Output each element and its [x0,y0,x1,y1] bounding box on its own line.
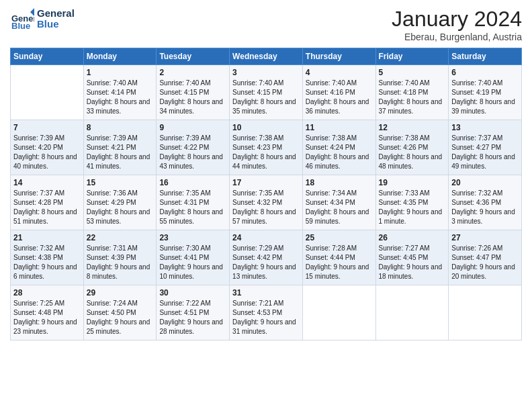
calendar-cell: 3Sunrise: 7:40 AMSunset: 4:15 PMDaylight… [230,65,303,120]
cell-info: Sunrise: 7:25 AMSunset: 4:48 PMDaylight:… [13,299,81,336]
cell-info: Sunrise: 7:37 AMSunset: 4:28 PMDaylight:… [13,189,81,226]
day-number: 29 [87,288,154,298]
logo-general-text: General [37,8,75,19]
day-number: 2 [159,68,226,77]
day-number: 6 [451,68,519,77]
calendar-cell: 9Sunrise: 7:39 AMSunset: 4:22 PMDaylight… [157,120,230,175]
cell-info: Sunrise: 7:33 AMSunset: 4:35 PMDaylight:… [379,189,446,226]
day-number: 12 [379,123,446,132]
calendar-cell: 29Sunrise: 7:24 AMSunset: 4:50 PMDayligh… [83,285,157,340]
cell-info: Sunrise: 7:40 AMSunset: 4:15 PMDaylight:… [232,79,300,116]
calendar-cell: 6Sunrise: 7:40 AMSunset: 4:19 PMDaylight… [449,65,522,120]
cell-info: Sunrise: 7:31 AMSunset: 4:39 PMDaylight:… [87,244,154,281]
calendar-cell: 19Sunrise: 7:33 AMSunset: 4:35 PMDayligh… [375,175,449,230]
col-wednesday: Wednesday [230,48,303,65]
cell-info: Sunrise: 7:22 AMSunset: 4:51 PMDaylight:… [159,299,226,336]
cell-info: Sunrise: 7:29 AMSunset: 4:42 PMDaylight:… [232,244,300,281]
day-number: 22 [87,233,154,242]
cell-info: Sunrise: 7:21 AMSunset: 4:53 PMDaylight:… [232,299,300,336]
day-number: 13 [451,123,519,132]
day-number: 11 [306,123,373,132]
day-number: 18 [306,178,373,187]
cell-info: Sunrise: 7:37 AMSunset: 4:27 PMDaylight:… [451,134,519,171]
calendar-cell: 20Sunrise: 7:32 AMSunset: 4:36 PMDayligh… [449,175,522,230]
cell-info: Sunrise: 7:26 AMSunset: 4:47 PMDaylight:… [451,244,519,281]
cell-info: Sunrise: 7:27 AMSunset: 4:45 PMDaylight:… [379,244,446,281]
col-sunday: Sunday [11,48,84,65]
day-number: 10 [232,123,300,132]
calendar-week-3: 14Sunrise: 7:37 AMSunset: 4:28 PMDayligh… [11,175,522,230]
calendar-cell: 13Sunrise: 7:37 AMSunset: 4:27 PMDayligh… [449,120,522,175]
day-number: 16 [159,178,226,187]
title-block: January 2024 Eberau, Burgenland, Austria [392,7,522,42]
cell-info: Sunrise: 7:40 AMSunset: 4:15 PMDaylight:… [159,79,226,116]
day-number: 15 [87,178,154,187]
cell-info: Sunrise: 7:35 AMSunset: 4:32 PMDaylight:… [232,189,300,226]
calendar-week-2: 7Sunrise: 7:39 AMSunset: 4:20 PMDaylight… [11,120,522,175]
col-saturday: Saturday [449,48,522,65]
calendar-cell: 5Sunrise: 7:40 AMSunset: 4:18 PMDaylight… [375,65,449,120]
day-number: 20 [451,178,519,187]
calendar-cell: 15Sunrise: 7:36 AMSunset: 4:29 PMDayligh… [83,175,157,230]
calendar-cell: 7Sunrise: 7:39 AMSunset: 4:20 PMDaylight… [11,120,84,175]
calendar-cell: 2Sunrise: 7:40 AMSunset: 4:15 PMDaylight… [157,65,230,120]
calendar-cell: 22Sunrise: 7:31 AMSunset: 4:39 PMDayligh… [83,230,157,285]
cell-info: Sunrise: 7:40 AMSunset: 4:16 PMDaylight:… [306,79,373,116]
calendar-cell: 25Sunrise: 7:28 AMSunset: 4:44 PMDayligh… [302,230,375,285]
calendar-cell: 12Sunrise: 7:38 AMSunset: 4:26 PMDayligh… [375,120,449,175]
cell-info: Sunrise: 7:36 AMSunset: 4:29 PMDaylight:… [87,189,154,226]
logo-blue-text: Blue [37,19,75,30]
day-number: 27 [451,233,519,242]
col-friday: Friday [375,48,449,65]
calendar-cell: 30Sunrise: 7:22 AMSunset: 4:51 PMDayligh… [157,285,230,340]
day-number: 8 [87,123,154,132]
calendar-cell: 1Sunrise: 7:40 AMSunset: 4:14 PMDaylight… [83,65,157,120]
calendar-cell: 8Sunrise: 7:39 AMSunset: 4:21 PMDaylight… [83,120,157,175]
calendar-cell: 26Sunrise: 7:27 AMSunset: 4:45 PMDayligh… [375,230,449,285]
cell-info: Sunrise: 7:32 AMSunset: 4:38 PMDaylight:… [13,244,81,281]
cell-info: Sunrise: 7:28 AMSunset: 4:44 PMDaylight:… [306,244,373,281]
cell-info: Sunrise: 7:30 AMSunset: 4:41 PMDaylight:… [159,244,226,281]
day-number: 21 [13,233,81,242]
col-monday: Monday [83,48,157,65]
logo: General Blue General Blue [10,7,75,31]
cell-info: Sunrise: 7:40 AMSunset: 4:18 PMDaylight:… [379,79,446,116]
cell-info: Sunrise: 7:40 AMSunset: 4:19 PMDaylight:… [451,79,519,116]
day-number: 31 [232,288,300,298]
calendar-cell: 27Sunrise: 7:26 AMSunset: 4:47 PMDayligh… [449,230,522,285]
calendar-week-5: 28Sunrise: 7:25 AMSunset: 4:48 PMDayligh… [11,285,522,340]
calendar-cell: 23Sunrise: 7:30 AMSunset: 4:41 PMDayligh… [157,230,230,285]
calendar-cell: 4Sunrise: 7:40 AMSunset: 4:16 PMDaylight… [302,65,375,120]
logo-icon: General Blue [10,7,34,31]
day-number: 24 [232,233,300,242]
month-title: January 2024 [392,7,522,32]
calendar-cell: 18Sunrise: 7:34 AMSunset: 4:34 PMDayligh… [302,175,375,230]
day-number: 1 [87,68,154,77]
day-number: 5 [379,68,446,77]
cell-info: Sunrise: 7:35 AMSunset: 4:31 PMDaylight:… [159,189,226,226]
header-row: Sunday Monday Tuesday Wednesday Thursday… [11,48,522,65]
calendar-cell: 10Sunrise: 7:38 AMSunset: 4:23 PMDayligh… [230,120,303,175]
day-number: 30 [159,288,226,298]
svg-text:Blue: Blue [11,21,30,31]
day-number: 23 [159,233,226,242]
cell-info: Sunrise: 7:24 AMSunset: 4:50 PMDaylight:… [87,299,154,336]
calendar-cell: 17Sunrise: 7:35 AMSunset: 4:32 PMDayligh… [230,175,303,230]
cell-info: Sunrise: 7:32 AMSunset: 4:36 PMDaylight:… [451,189,519,226]
calendar-container: General Blue General Blue January 2024 E… [0,0,532,347]
cell-info: Sunrise: 7:34 AMSunset: 4:34 PMDaylight:… [306,189,373,226]
day-number: 17 [232,178,300,187]
cell-info: Sunrise: 7:38 AMSunset: 4:23 PMDaylight:… [232,134,300,171]
calendar-cell: 31Sunrise: 7:21 AMSunset: 4:53 PMDayligh… [230,285,303,340]
calendar-cell [375,285,449,340]
cell-info: Sunrise: 7:39 AMSunset: 4:22 PMDaylight:… [159,134,226,171]
day-number: 7 [13,123,81,132]
calendar-cell [449,285,522,340]
calendar-cell: 24Sunrise: 7:29 AMSunset: 4:42 PMDayligh… [230,230,303,285]
calendar-cell: 11Sunrise: 7:38 AMSunset: 4:24 PMDayligh… [302,120,375,175]
calendar-cell: 28Sunrise: 7:25 AMSunset: 4:48 PMDayligh… [11,285,84,340]
col-tuesday: Tuesday [157,48,230,65]
cell-info: Sunrise: 7:39 AMSunset: 4:20 PMDaylight:… [13,134,81,171]
col-thursday: Thursday [302,48,375,65]
calendar-table: Sunday Monday Tuesday Wednesday Thursday… [10,48,522,340]
